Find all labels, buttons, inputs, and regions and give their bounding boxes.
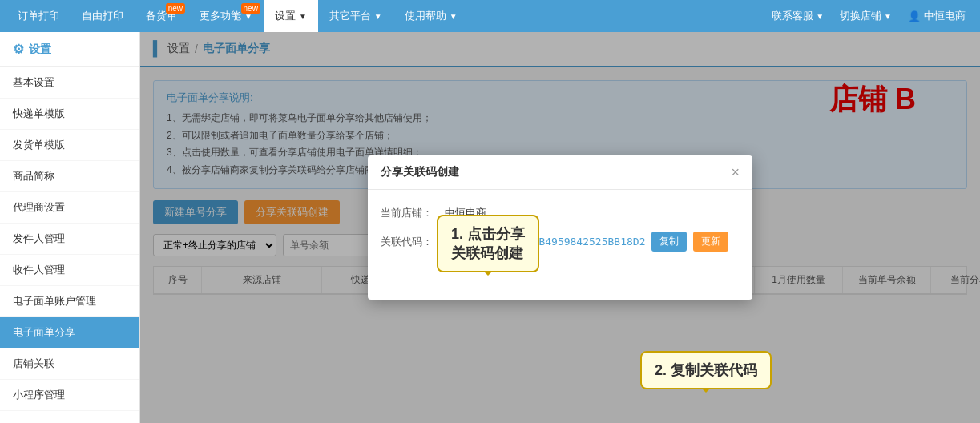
stock-badge: new (166, 3, 185, 14)
sidebar-item-agent[interactable]: 代理商设置 (0, 192, 139, 224)
nav-settings[interactable]: 设置 ▼ (264, 0, 318, 32)
nav-more[interactable]: 更多功能 new ▼ (188, 0, 264, 32)
nav-order-print[interactable]: 订单打印 (6, 0, 71, 32)
sidebar-item-shop-link[interactable]: 店铺关联 (0, 348, 139, 380)
modal-body: 当前店铺： 中恒电商 关联代码： 9F59AADC7787B0FB4959842… (368, 190, 752, 279)
nav-user[interactable]: 👤 中恒电商 (900, 0, 974, 32)
sidebar-item-ship-template[interactable]: 发货单模版 (0, 130, 139, 161)
help-arrow-icon: ▼ (450, 12, 458, 21)
more-badge: new (241, 3, 260, 14)
modal-title: 分享关联码创建 (381, 165, 459, 179)
nav-stock[interactable]: 备货单 new (135, 0, 188, 32)
tooltip-1: 1. 点击分享 关联码创建 (437, 215, 539, 272)
refresh-button[interactable]: 更新 (693, 232, 728, 252)
modal-close-button[interactable]: × (731, 165, 740, 179)
switch-shop-arrow-icon: ▼ (884, 12, 892, 21)
modal-dialog: 分享关联码创建 × 当前店铺： 中恒电商 关联代码： 9F59AADC7787B… (368, 155, 752, 300)
settings-arrow-icon: ▼ (299, 12, 307, 21)
sidebar-item-ewaybill-account[interactable]: 电子面单账户管理 (0, 286, 139, 317)
sidebar-item-ewaybill-share[interactable]: 电子面单分享 (0, 317, 139, 348)
top-navigation: 订单打印 自由打印 备货单 new 更多功能 new ▼ 设置 ▼ 其它平台 ▼… (0, 0, 980, 32)
modal-shop-label: 当前店铺： (381, 206, 445, 220)
copy-button[interactable]: 复制 (651, 232, 687, 252)
user-icon: 👤 (908, 10, 921, 22)
tooltip-2: 2. 复制关联代码 (640, 351, 772, 389)
nav-other-platform[interactable]: 其它平台 ▼ (318, 0, 393, 32)
sidebar-item-receiver[interactable]: 收件人管理 (0, 255, 139, 286)
nav-help[interactable]: 使用帮助 ▼ (393, 0, 469, 32)
nav-switch-shop[interactable]: 切换店铺 ▼ (832, 0, 900, 32)
gear-icon: ⚙ (13, 42, 24, 57)
sidebar-header: ⚙ 设置 (0, 32, 139, 67)
modal-shop-row: 当前店铺： 中恒电商 (381, 206, 740, 220)
nav-free-print[interactable]: 自由打印 (71, 0, 135, 32)
sidebar-item-product-abbr[interactable]: 商品简称 (0, 161, 139, 192)
customer-service-arrow-icon: ▼ (816, 12, 824, 21)
nav-customer-service[interactable]: 联系客服 ▼ (764, 0, 832, 32)
top-nav-right: 联系客服 ▼ 切换店铺 ▼ 👤 中恒电商 (764, 0, 974, 32)
sidebar-item-basic[interactable]: 基本设置 (0, 67, 139, 99)
modal-header: 分享关联码创建 × (368, 155, 752, 190)
sidebar: ⚙ 设置 基本设置 快递单模版 发货单模版 商品简称 代理商设置 发件人管理 收… (0, 32, 140, 423)
sidebar-item-courier-template[interactable]: 快递单模版 (0, 99, 139, 130)
sidebar-item-mini-program[interactable]: 小程序管理 (0, 380, 139, 411)
main-content: ▍ 设置 / 电子面单分享 店铺 B 电子面单分享说明: 1、无需绑定店铺，即可… (140, 32, 980, 423)
modal-overlay: 分享关联码创建 × 当前店铺： 中恒电商 关联代码： 9F59AADC7787B… (140, 32, 980, 423)
modal-code-row: 关联代码： 9F59AADC7787B0FB4959842525BB18D2 复… (381, 232, 740, 252)
modal-code-label: 关联代码： (381, 235, 445, 249)
sidebar-item-sender[interactable]: 发件人管理 (0, 224, 139, 255)
other-platform-arrow-icon: ▼ (374, 12, 382, 21)
